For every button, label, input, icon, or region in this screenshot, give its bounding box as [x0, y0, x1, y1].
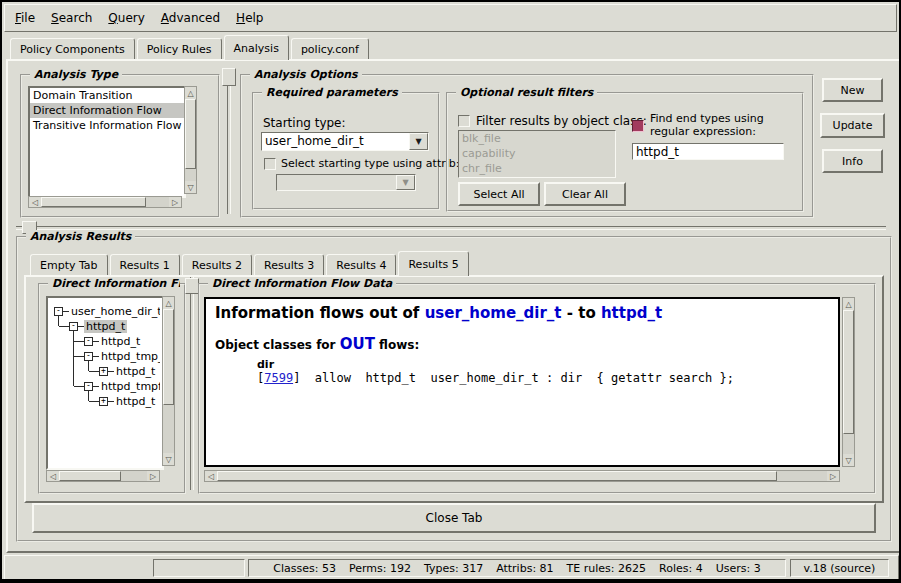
tree-expander[interactable]: -: [84, 352, 93, 361]
tree-node-label[interactable]: httpd_tmp_t: [99, 350, 160, 363]
tree-row: -httpd_t: [69, 319, 127, 334]
info-button[interactable]: Info: [822, 149, 883, 173]
close-tab-button[interactable]: Close Tab: [32, 503, 876, 533]
object-class-checkbox-row: Filter results by object class:: [458, 114, 647, 128]
analysis-type-title: Analysis Type: [30, 68, 122, 81]
list-item[interactable]: Direct Information Flow: [30, 103, 184, 118]
status-bar: Classes: 53 Perms: 192 Types: 317 Attrib…: [4, 555, 899, 582]
tab-results-5[interactable]: Results 5: [398, 251, 468, 276]
tree-expander[interactable]: +: [99, 397, 108, 406]
policy-version: v.18 (source): [804, 562, 876, 575]
tab-policy-components[interactable]: Policy Components: [10, 38, 135, 60]
tab-results-2[interactable]: Results 2: [182, 254, 252, 276]
attrib-checkbox-label: Select starting type using attrib:: [281, 157, 459, 170]
regex-checkbox-row: Find end types using regular expression:: [632, 112, 800, 138]
chevron-down-icon: ▼: [396, 175, 415, 190]
menu-advanced[interactable]: Advanced: [161, 11, 220, 25]
tree-line: [74, 341, 84, 342]
tree-hscrollbar[interactable]: ◁ ▷: [46, 470, 160, 482]
starting-type-combobox[interactable]: user_home_dir_t ▼: [261, 132, 429, 151]
starting-type-value[interactable]: user_home_dir_t: [262, 133, 409, 150]
list-item[interactable]: Transitive Information Flow: [30, 118, 184, 133]
tab-empty[interactable]: Empty Tab: [30, 254, 108, 276]
menu-search[interactable]: Search: [51, 11, 92, 25]
tree-expander[interactable]: +: [99, 367, 108, 376]
tree-expander[interactable]: -: [84, 337, 93, 346]
stat-perms: Perms: 192: [349, 562, 411, 575]
scroll-thumb[interactable]: [163, 309, 174, 405]
tree-row: +httpd_t: [99, 364, 157, 379]
tree-row: -httpd_tmpfs_: [84, 379, 160, 394]
tab-results-1[interactable]: Results 1: [110, 254, 180, 276]
object-class-checkbox-label: Filter results by object class:: [476, 114, 647, 128]
data-hscrollbar[interactable]: ◁ ▷: [204, 470, 840, 482]
chevron-down-icon[interactable]: ▼: [409, 133, 428, 150]
starting-type-label: Starting type:: [263, 116, 346, 130]
regex-checkbox[interactable]: [632, 120, 644, 132]
tab-results-3[interactable]: Results 3: [254, 254, 324, 276]
tree-node-label[interactable]: httpd_t: [114, 365, 157, 378]
clear-all-button[interactable]: Clear All: [544, 182, 626, 206]
scroll-thumb[interactable]: [185, 99, 196, 169]
scroll-left-icon[interactable]: ◁: [29, 197, 41, 207]
menu-query[interactable]: Query: [108, 11, 144, 25]
regex-input[interactable]: [632, 143, 784, 160]
tree-node-label[interactable]: user_home_dir_t: [69, 305, 160, 318]
menu-file[interactable]: File: [15, 11, 35, 25]
scroll-up-icon[interactable]: △: [843, 298, 854, 310]
flow-direction: OUT: [340, 335, 375, 353]
scroll-thumb[interactable]: [59, 471, 121, 481]
analysis-type-vscrollbar[interactable]: △ ▽: [184, 86, 197, 194]
scroll-thumb[interactable]: [217, 471, 777, 481]
tree-line: [73, 331, 74, 386]
flow-tree-frame: Direct Information Flow T -user_home_dir…: [38, 283, 186, 494]
scroll-down-icon[interactable]: ▽: [163, 453, 174, 465]
tree-data-sash-handle[interactable]: [185, 278, 199, 294]
tree-node-label[interactable]: httpd_t: [84, 320, 127, 333]
tree-expander[interactable]: -: [84, 382, 93, 391]
scroll-up-icon[interactable]: △: [163, 297, 174, 309]
rule-number-link[interactable]: 7599: [264, 371, 293, 385]
tab-results-4[interactable]: Results 4: [326, 254, 396, 276]
scroll-up-icon[interactable]: △: [185, 87, 196, 99]
list-item: capability: [459, 146, 615, 161]
object-class-checkbox[interactable]: [458, 115, 470, 127]
tree-line: [74, 386, 84, 387]
tab-policy-conf[interactable]: policy.conf: [291, 38, 369, 60]
select-all-button[interactable]: Select All: [458, 182, 540, 206]
scroll-right-icon[interactable]: ▷: [147, 471, 159, 481]
flow-data-textarea[interactable]: Information flows out of user_home_dir_t…: [204, 297, 840, 467]
tree-row: -httpd_t: [84, 334, 142, 349]
analysis-type-hscrollbar[interactable]: ◁ ▷: [28, 196, 182, 208]
list-item[interactable]: Domain Transition: [30, 88, 184, 103]
tree-vscrollbar[interactable]: △ ▽: [162, 296, 175, 466]
results-sash-line: [16, 226, 886, 230]
scroll-right-icon[interactable]: ▷: [169, 197, 181, 207]
apol-window: File Search Query Advanced Help Policy C…: [0, 0, 901, 583]
tree-node-label[interactable]: httpd_t: [114, 395, 157, 408]
menu-help[interactable]: Help: [236, 11, 263, 25]
scroll-left-icon[interactable]: ◁: [47, 471, 59, 481]
tree-node-label[interactable]: httpd_t: [99, 335, 142, 348]
tree-node-label[interactable]: httpd_tmpfs_: [99, 380, 160, 393]
new-button[interactable]: New: [822, 78, 883, 102]
tree-expander[interactable]: -: [69, 322, 78, 331]
tab-policy-rules[interactable]: Policy Rules: [137, 38, 222, 60]
options-sash-handle[interactable]: [222, 68, 236, 86]
tree-expander[interactable]: -: [54, 307, 63, 316]
scroll-thumb[interactable]: [41, 197, 146, 207]
flow-tree[interactable]: -user_home_dir_t -httpd_t -httpd_t -http…: [46, 296, 164, 470]
attrib-checkbox[interactable]: [264, 158, 276, 170]
update-button[interactable]: Update: [820, 113, 885, 138]
analysis-type-listbox[interactable]: Domain Transition Direct Information Flo…: [28, 86, 186, 198]
status-stats-box: Classes: 53 Perms: 192 Types: 317 Attrib…: [248, 559, 786, 577]
tab-analysis[interactable]: Analysis: [224, 35, 289, 60]
attrib-checkbox-row: Select starting type using attrib:: [264, 157, 459, 170]
required-parameters-frame: Required parameters Starting type: user_…: [252, 92, 440, 210]
scroll-down-icon[interactable]: ▽: [185, 181, 196, 193]
scroll-left-icon[interactable]: ◁: [205, 471, 217, 481]
scroll-right-icon[interactable]: ▷: [827, 471, 839, 481]
data-vscrollbar[interactable]: △ ▽: [842, 297, 855, 467]
scroll-down-icon[interactable]: ▽: [843, 454, 854, 466]
scroll-thumb[interactable]: [843, 310, 854, 434]
